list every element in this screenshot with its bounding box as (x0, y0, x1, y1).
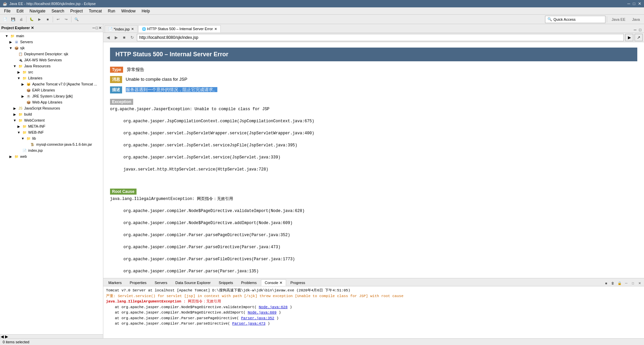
menu-file[interactable]: File (1, 8, 13, 14)
stop-console-button[interactable]: ■ (603, 280, 609, 286)
sidebar-item-webapp-libs[interactable]: 📦 Web App Libraries (1, 99, 102, 105)
minimize-button[interactable]: ─ (627, 1, 630, 6)
sidebar-item-deployment[interactable]: 📋 Deployment Descriptor: sjk (1, 51, 102, 57)
desc-highlighted: 服务器遇到一个意外的情况，阻止它完成请求。 (126, 87, 217, 92)
title-controls[interactable]: ─ □ ✕ (627, 1, 641, 6)
sidebar-item-meta-inf[interactable]: ▶ 📁 META-INF (1, 123, 102, 129)
tree-label-web: web (20, 154, 27, 158)
webinf-icon: 📁 (22, 130, 27, 135)
sidebar-item-lib[interactable]: ▼ 📁 lib (1, 135, 102, 141)
sidebar-item-sjk[interactable]: ▼ 📦 sjk (1, 45, 102, 51)
refresh-button[interactable]: ↻ (129, 34, 136, 41)
sidebar-item-web[interactable]: ▶ 📁 web (1, 153, 102, 159)
sidebar-item-web-inf[interactable]: ▼ 📁 WEB-INF (1, 129, 102, 135)
sidebar-item-webcontent[interactable]: ▼ 📁 WebContent (1, 117, 102, 123)
scroll-left-icon[interactable]: ◀ (1, 334, 4, 339)
scroll-right-icon[interactable]: ▶ (5, 334, 8, 339)
menu-bar: File Edit Navigate Search Project Tomcat… (0, 7, 644, 15)
sidebar-item-apache-tomcat[interactable]: ▶ 🐱 Apache Tomcat v7.0 [Apache Tomcat ..… (1, 81, 102, 87)
menu-project[interactable]: Project (67, 8, 85, 14)
sidebar-item-index-jsp[interactable]: 📄 index.jsp (1, 147, 102, 153)
redo-button[interactable]: ↪ (62, 16, 70, 23)
scroll-lock-button[interactable]: 🔒 (616, 280, 623, 286)
close-sidebar-icon[interactable]: ✕ (99, 26, 102, 30)
tree-arrow-js: ▶ (13, 107, 17, 110)
print-button[interactable]: 🖨 (17, 16, 25, 23)
tree-label-ear: EAR Libraries (32, 88, 55, 92)
save-button[interactable]: 💾 (9, 16, 17, 23)
tree-arrow-sjk: ▼ (9, 46, 13, 50)
sidebar-item-main[interactable]: ▼ 📁 main (1, 33, 102, 39)
stop-nav-button[interactable]: ■ (121, 34, 127, 41)
console-at2-link[interactable]: Node.java:609 (248, 310, 276, 315)
menu-run[interactable]: Run (105, 8, 118, 14)
maximize-button[interactable]: □ (633, 1, 635, 6)
menu-help[interactable]: Help (139, 8, 153, 14)
minimize-bottom-button[interactable]: ─ (623, 280, 629, 286)
console-at4-link[interactable]: Parser.java:473 (232, 322, 265, 326)
perspective-java-ee[interactable]: Java EE (608, 16, 629, 23)
minimize-sidebar-icon[interactable]: ─ (93, 26, 95, 30)
close-tab-http-500[interactable]: ✕ (214, 27, 217, 31)
tab-console[interactable]: Console ✕ (261, 279, 286, 286)
tab-servers[interactable]: Servers (151, 279, 171, 286)
tree-arrow-build: ▶ (13, 113, 17, 116)
close-button[interactable]: ✕ (638, 1, 641, 6)
console-exception-link[interactable]: java.lang.IllegalArgumentException (106, 299, 181, 303)
sidebar-item-src[interactable]: ▶ 📁 src (1, 69, 102, 75)
open-external-button[interactable]: ↗ (635, 34, 643, 41)
close-tab-index-jsp[interactable]: ✕ (131, 27, 134, 31)
sidebar-item-libraries[interactable]: ▼ 📁 Libraries (1, 75, 102, 81)
sidebar-item-servers[interactable]: ▶ 🖥 Servers (1, 39, 102, 45)
menu-search[interactable]: Search (49, 8, 67, 14)
search-button[interactable]: 🔍 (73, 16, 80, 23)
run-button[interactable]: ▶ (36, 16, 43, 23)
menu-navigate[interactable]: Navigate (27, 8, 48, 14)
menu-window[interactable]: Window (119, 8, 139, 14)
tab-index-jsp[interactable]: 📄 *index.jsp ✕ (105, 25, 138, 32)
tab-properties[interactable]: Properties (126, 279, 150, 286)
stop-button[interactable]: ■ (44, 16, 51, 23)
tab-http-500[interactable]: 🌐 HTTP Status 500 – Internal Server Erro… (138, 25, 221, 32)
sidebar-item-mysql[interactable]: 🗜 mysql-connector-java-5.1.6-bin.jar (1, 141, 102, 147)
console-line-exception: java.lang.IllegalArgumentException : 网页指… (106, 299, 641, 304)
sidebar-item-jre[interactable]: ▶ ☕ JRE System Library [jdk] (1, 93, 102, 99)
maximize-editor-icon[interactable]: □ (638, 27, 643, 32)
sidebar-tree: ▼ 📁 main ▶ 🖥 Servers ▼ 📦 sjk 📋 Deploymen… (0, 32, 103, 334)
tree-label-indexjsp: index.jsp (28, 148, 43, 152)
sidebar-item-java-resources[interactable]: ▼ 📁 Java Resources (1, 63, 102, 69)
tree-label-mysql: mysql-connector-java-5.1.6-bin.jar (36, 142, 92, 146)
url-input[interactable] (137, 34, 624, 41)
console-at1-link[interactable]: Node.java:628 (259, 305, 287, 309)
back-button[interactable]: ◀ (105, 34, 111, 41)
tab-markers[interactable]: Markers (105, 279, 125, 286)
exception-main-text: org.apache.jasper.JasperException: Unabl… (110, 106, 637, 112)
console-at3-link[interactable]: Parser.java:352 (241, 316, 274, 320)
maximize-bottom-button[interactable]: □ (630, 280, 636, 286)
go-button[interactable]: ▶ (625, 34, 633, 41)
minimize-editor-icon[interactable]: ─ (633, 27, 638, 32)
forward-button[interactable]: ▶ (113, 34, 119, 41)
sidebar-item-js-resources[interactable]: ▶ JS JavaScript Resources (1, 105, 102, 111)
tab-snippets[interactable]: Snippets (215, 279, 237, 286)
debug-button[interactable]: 🐛 (28, 16, 35, 23)
new-button[interactable]: 📄 (1, 16, 9, 23)
sidebar-item-build[interactable]: ▶ 📁 build (1, 111, 102, 117)
sidebar-item-ear[interactable]: 📦 EAR Libraries (1, 87, 102, 93)
clear-console-button[interactable]: 🗑 (610, 280, 616, 286)
build-icon: 📁 (18, 112, 23, 117)
tab-progress[interactable]: Progress (287, 279, 309, 286)
maximize-sidebar-icon[interactable]: □ (96, 26, 98, 30)
close-bottom-button[interactable]: ✕ (637, 280, 643, 286)
sidebar-item-jaxws[interactable]: 🔌 JAX-WS Web Services (1, 57, 102, 63)
perspective-java[interactable]: Java (629, 16, 643, 23)
console-line-at3: at org.apache.jasper.compiler.Parser.par… (106, 316, 641, 321)
tab-datasource[interactable]: Data Source Explorer (172, 279, 214, 286)
tab-problems[interactable]: Problems (237, 279, 260, 286)
undo-button[interactable]: ↩ (54, 16, 62, 23)
menu-edit[interactable]: Edit (14, 8, 26, 14)
error-title: HTTP Status 500 – Internal Server Error (115, 51, 228, 58)
console-header-text: Tomcat v7.0 Server at localhost [Apache … (106, 288, 350, 292)
root-cause-main-text: java.lang.IllegalArgumentException: 网页指令… (110, 196, 637, 202)
menu-tomcat[interactable]: Tomcat (86, 8, 105, 14)
